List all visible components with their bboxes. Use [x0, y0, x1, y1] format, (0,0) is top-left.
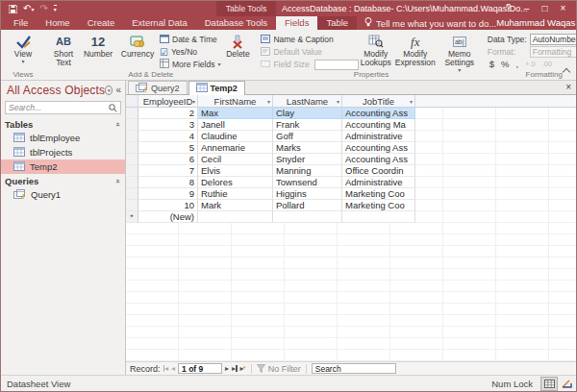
more-fields-button[interactable]: More Fields ▾	[160, 59, 220, 70]
cell[interactable]: Marketing Coo	[342, 188, 415, 200]
cell[interactable]: Elvis	[198, 165, 273, 177]
datasheet-view-button[interactable]	[540, 377, 558, 391]
column-dropdown-icon[interactable]: ▾	[337, 98, 339, 105]
record-search-box[interactable]: Search	[312, 363, 396, 374]
cell[interactable]: 6	[138, 154, 198, 165]
cell[interactable]: Max	[198, 108, 273, 119]
ribbon-tab-external-data[interactable]: External Data	[123, 16, 196, 30]
memo-settings-button[interactable]: ab| Memo Settings ▾	[438, 32, 482, 73]
cell[interactable]: Accounting Ma	[342, 119, 415, 131]
cell[interactable]: Higgins	[273, 188, 342, 200]
row-selector[interactable]	[126, 108, 138, 119]
document-tab-temp2[interactable]: Temp2	[188, 81, 245, 95]
table-row[interactable]: 2MaxClayAccounting Ass	[126, 108, 415, 119]
column-dropdown-icon[interactable]: ▾	[410, 98, 413, 105]
nav-search-box[interactable]: Search...	[5, 101, 121, 114]
column-dropdown-icon[interactable]: ▾	[267, 98, 270, 105]
first-record-button[interactable]: ◂	[163, 364, 169, 374]
cell[interactable]: 9	[138, 188, 198, 200]
row-selector[interactable]	[126, 131, 138, 142]
row-selector[interactable]	[126, 119, 138, 131]
data-type-dropdown[interactable]: AutoNumber▾	[530, 34, 577, 45]
cell[interactable]: Office Coordin	[342, 165, 415, 177]
nav-section-tables[interactable]: Tables»	[1, 117, 125, 131]
account-name[interactable]: Muhammad Waqas	[496, 16, 577, 30]
table-row[interactable]: 7ElvisManningOffice Coordin	[126, 165, 415, 177]
field-size-input[interactable]	[314, 60, 359, 70]
new-record-row[interactable]: *(New)	[126, 211, 415, 223]
comma-format-button[interactable]: ,	[516, 59, 519, 69]
view-button[interactable]: View ▾	[6, 32, 40, 64]
cell[interactable]: (New)	[138, 211, 198, 223]
table-row[interactable]: 3JanellFrankAccounting Ma	[126, 119, 415, 131]
nav-pane-menu-icon[interactable]: ▾	[105, 86, 113, 95]
cell[interactable]	[342, 211, 415, 223]
row-selector[interactable]	[126, 188, 138, 200]
cell[interactable]	[273, 211, 342, 223]
cell[interactable]: Annemarie	[198, 142, 273, 154]
cell[interactable]: Clay	[273, 108, 342, 119]
cell[interactable]	[198, 211, 273, 223]
ribbon-tab-home[interactable]: Home	[37, 16, 78, 30]
column-dropdown-icon[interactable]: ▾	[192, 98, 195, 105]
save-icon[interactable]	[9, 0, 17, 17]
nav-item-tblemployee[interactable]: tblEmployee	[1, 131, 125, 145]
no-filter-button[interactable]: No Filter	[257, 364, 301, 374]
next-record-button[interactable]: ▸	[225, 364, 229, 374]
nav-section-queries[interactable]: Queries»	[1, 174, 125, 187]
name-caption-button[interactable]: Name & Caption	[261, 34, 358, 45]
ribbon-tab-table[interactable]: Table	[317, 16, 357, 30]
cell[interactable]: Goff	[273, 131, 342, 142]
customize-qat-icon[interactable]: ▾	[54, 5, 57, 12]
ribbon-tab-fields[interactable]: Fields	[276, 16, 317, 30]
yes-no-button[interactable]: ☑ Yes/No	[160, 46, 220, 58]
row-selector[interactable]	[126, 165, 138, 177]
table-row[interactable]: 9RuthieHigginsMarketing Coo	[126, 188, 415, 200]
cell[interactable]: Accounting Ass	[342, 142, 415, 154]
row-selector[interactable]	[126, 177, 138, 188]
number-button[interactable]: 12 Number	[81, 32, 115, 59]
collapse-section-icon[interactable]: »	[113, 179, 121, 183]
cell[interactable]: Claudine	[198, 131, 273, 142]
ribbon-tab-file[interactable]: File	[5, 16, 37, 30]
cell[interactable]: Delores	[198, 177, 273, 188]
cell[interactable]: Snyder	[273, 154, 342, 165]
nav-item-tblprojects[interactable]: tblProjects	[1, 145, 125, 159]
minimize-button[interactable]: –	[517, 1, 536, 16]
nav-item-query1[interactable]: !Query1	[1, 187, 125, 202]
help-button[interactable]: ?	[499, 1, 517, 16]
cell[interactable]: Janell	[198, 119, 273, 131]
table-row[interactable]: 5AnnemarieMarksAccounting Ass	[126, 142, 415, 154]
cell[interactable]: 4	[138, 131, 198, 142]
table-row[interactable]: 8DeloresTownsendAdministrative	[126, 177, 415, 188]
cell[interactable]: Marks	[273, 142, 342, 154]
tell-me-box[interactable]: Tell me what you want to do...	[364, 16, 496, 30]
cell[interactable]: 3	[138, 119, 198, 131]
column-header-lastname[interactable]: LastName▾	[273, 95, 342, 108]
cell[interactable]: Marketing Coo	[342, 200, 415, 211]
percent-format-button[interactable]: %	[501, 59, 509, 69]
ribbon-tab-create[interactable]: Create	[79, 16, 124, 30]
table-row[interactable]: 6CecilSnyderAccounting Ass	[126, 154, 415, 165]
currency-format-button[interactable]: $	[489, 59, 494, 69]
cell[interactable]: Accounting Ass	[342, 108, 415, 119]
nav-item-temp2[interactable]: Temp2	[1, 159, 125, 174]
cell[interactable]: Frank	[273, 119, 342, 131]
cell[interactable]: Townsend	[273, 177, 342, 188]
cell[interactable]: 10	[138, 200, 198, 211]
table-row[interactable]: 10MarkPollardMarketing Coo	[126, 200, 415, 211]
currency-button[interactable]: Currency	[115, 32, 160, 59]
ribbon-tab-database-tools[interactable]: Database Tools	[196, 16, 276, 30]
cell[interactable]: Mark	[198, 200, 273, 211]
maximize-button[interactable]: □	[536, 1, 554, 16]
column-header-firstname[interactable]: FirstName▾	[198, 95, 273, 108]
cell[interactable]: Ruthie	[198, 188, 273, 200]
previous-record-button[interactable]: ◂	[171, 364, 175, 374]
cell[interactable]: 5	[138, 142, 198, 154]
cell[interactable]: Administrative	[342, 177, 415, 188]
close-document-icon[interactable]: ×	[565, 83, 571, 92]
new-row-selector[interactable]: *	[126, 211, 138, 223]
design-view-button[interactable]	[558, 377, 575, 391]
modify-lookups-button[interactable]: Modify Lookups	[359, 32, 393, 67]
cell[interactable]: Manning	[273, 165, 342, 177]
